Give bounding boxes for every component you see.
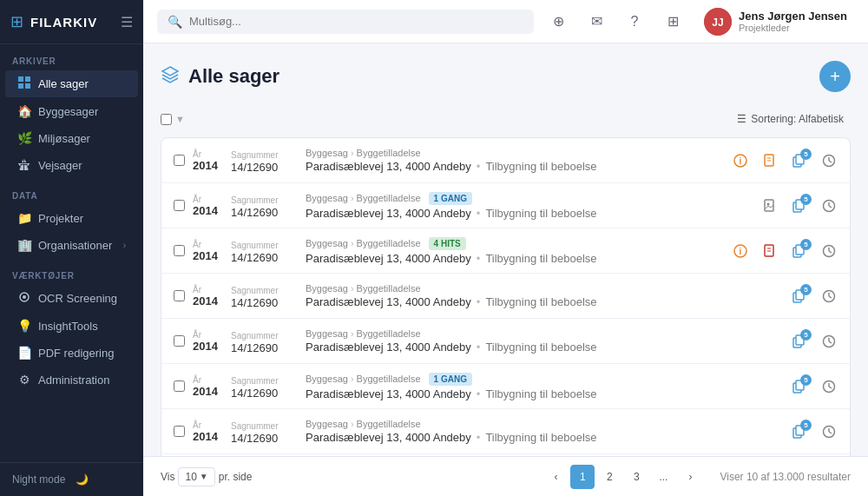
clock-icon[interactable] [817,149,841,173]
doc-red-icon[interactable] [758,239,782,263]
row-subtitle: Tilbygning til beboelse [485,295,596,308]
miljoesager-icon: 🌿 [17,131,31,145]
row-actions: 5 [746,420,841,444]
row-checkbox[interactable] [174,426,185,437]
sidebar-item-vejsager[interactable]: 🛣 Vejsager [5,152,138,178]
row-breadcrumb: Byggesag › Byggetilladelse 4 HITS Paradi… [306,237,723,265]
table-wrapper: År2014Sagnummer14/12690 Byggesag › Bygge… [161,137,851,456]
night-mode-toggle[interactable]: Night mode 🌙 [0,462,143,496]
vis-select[interactable]: 10 ▼ [178,467,214,486]
svg-point-20 [767,202,770,205]
chevron-down-icon[interactable]: ▼ [175,114,185,124]
clock-icon[interactable] [817,329,841,354]
files-icon[interactable]: 5 [787,149,812,173]
svg-line-35 [829,251,832,253]
clock-icon[interactable] [817,374,841,399]
sidebar-label: PDF redigering [38,347,114,360]
prev-page-button[interactable]: ‹ [543,465,568,489]
files-icon[interactable]: 5 [787,239,812,263]
bc-subtype: Byggetilladelse [357,148,421,158]
content-area: Alle sager + ▼ ☰ Sortering: Alfabetisk Å… [143,43,868,456]
row-year: År2014 [193,420,226,443]
mail-icon[interactable]: ✉ [582,8,610,36]
row-checkbox[interactable] [174,380,185,392]
row-checkbox-area [170,380,187,392]
table-row: År2014Sagnummer14/12690 Byggesag › Bygge… [161,274,850,319]
page-3-button[interactable]: 3 [624,465,648,489]
night-mode-label: Night mode [12,473,65,486]
row-breadcrumb: Byggesag › Byggetilladelse Paradisæbleve… [306,328,740,354]
row-checkbox[interactable] [174,200,185,211]
row-sagnummer: Sagnummer14/12690 [231,328,300,354]
sidebar-item-miljoesager[interactable]: 🌿 Miljøsager [5,125,138,151]
row-checkbox[interactable] [174,290,185,301]
info-icon[interactable]: i [728,239,753,263]
clock-icon[interactable] [817,194,841,218]
row-checkbox[interactable] [174,245,185,256]
add-button[interactable]: + [819,61,851,92]
table-row: År2014Sagnummer14/12690 Byggesag › Bygge… [161,364,850,409]
clock-icon[interactable] [817,420,841,444]
row-subtitle: Tilbygning til beboelse [485,431,596,444]
sidebar-item-alle-sager[interactable]: Alle sager [5,70,138,97]
row-breadcrumb: Byggesag › Byggetilladelse 1 GANG Paradi… [306,192,740,220]
sidebar-sections: ARKIVER Alle sager 🏠 Byggesager 🌿 Miljøs… [0,44,143,393]
row-breadcrumb: Byggesag › Byggetilladelse Paradisæbleve… [306,419,740,444]
files-icon[interactable]: 5 [787,194,812,218]
search-bar[interactable]: 🔍 [157,10,534,34]
page-header: Alle sager + [161,61,851,92]
add-header-icon[interactable]: ⊕ [544,8,572,36]
bc-type: Byggesag [306,374,348,384]
files-icon[interactable]: 5 [787,420,812,444]
sidebar-item-ocr-screening[interactable]: OCR Screening [5,285,138,312]
select-all-area: ▼ [161,114,185,125]
row-address-text: Paradisæblevej 13, 4000 Andeby [306,295,471,308]
sidebar-item-administration[interactable]: ⚙ Administration [5,367,138,393]
logo-text: FILARKIV [30,15,97,30]
row-subtitle: Tilbygning til beboelse [485,160,596,173]
row-sagnummer: Sagnummer14/12690 [231,148,300,174]
alle-sager-icon [17,76,31,91]
logo-icon: ⊞ [10,12,23,31]
sidebar-item-pdf-redigering[interactable]: 📄 PDF redigering [5,340,138,366]
search-input[interactable] [189,15,523,28]
menu-icon[interactable]: ☰ [121,14,133,30]
page-ellipsis: ... [651,465,675,489]
select-all-checkbox[interactable] [161,114,172,125]
row-address-text: Paradisæblevej 13, 4000 Andeby [306,160,471,173]
row-actions: 5 [746,284,841,308]
row-actions: 5 [746,329,841,354]
files-icon[interactable]: 5 [787,329,812,354]
sidebar-item-insighttools[interactable]: 💡 InsightTools [5,313,138,339]
doc-icon[interactable] [758,149,782,173]
byggesager-icon: 🏠 [17,104,31,118]
row-checkbox[interactable] [174,335,185,347]
help-icon[interactable]: ? [621,8,648,36]
sidebar-label: Organisationer [38,239,112,252]
sort-button[interactable]: ☰ Sortering: Alfabetisk [730,109,851,129]
row-sagnummer: Sagnummer14/12690 [231,193,300,219]
search-icon: 🔍 [168,15,182,29]
svg-marker-8 [162,67,178,76]
bc-subtype: Byggetilladelse [357,283,421,294]
sidebar-label: Alle sager [38,77,89,90]
files-icon[interactable]: 5 [787,284,812,308]
page-2-button[interactable]: 2 [597,465,621,489]
user-area[interactable]: JJ Jens Jørgen Jensen Projektleder [697,4,854,39]
sidebar-label: Vejsager [38,159,82,172]
page-1-button[interactable]: 1 [570,465,595,489]
grid-icon[interactable]: ⊞ [659,8,687,36]
doc-img-icon[interactable] [758,194,782,218]
sidebar-item-byggesager[interactable]: 🏠 Byggesager [5,98,138,124]
row-checkbox[interactable] [174,155,185,166]
files-icon[interactable]: 5 [787,374,812,399]
sidebar-item-organisationer[interactable]: 🏢 Organisationer › [5,232,138,258]
row-year: År2014 [193,330,226,353]
clock-icon[interactable] [817,284,841,308]
clock-icon[interactable] [817,239,841,263]
ocr-icon [17,291,31,306]
info-icon[interactable]: i [728,149,753,173]
next-page-button[interactable]: › [678,465,702,489]
sidebar-item-projekter[interactable]: 📁 Projekter [5,205,138,231]
row-address-text: Paradisæblevej 13, 4000 Andeby [306,431,471,444]
